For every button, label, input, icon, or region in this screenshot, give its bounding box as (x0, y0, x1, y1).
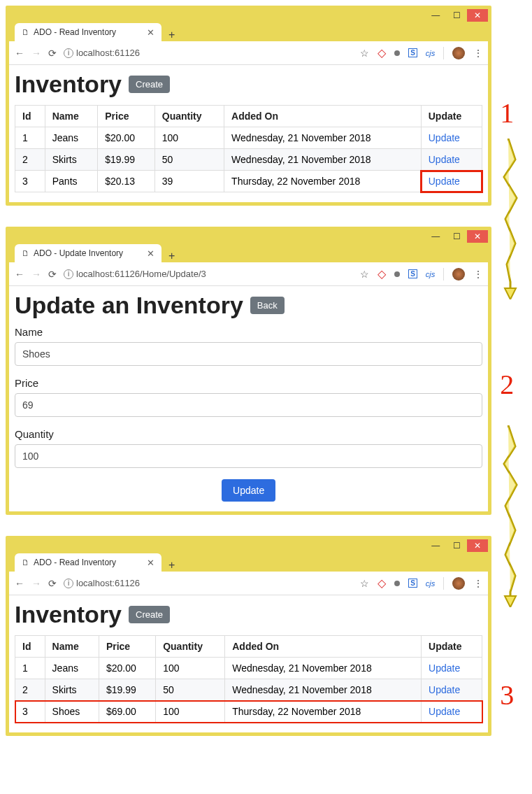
extension-icon[interactable] (394, 271, 400, 277)
extension-icon[interactable]: cjs (426, 49, 435, 57)
separator (443, 268, 444, 281)
inventory-table: Id Name Price Quantity Added On Update 1… (15, 635, 482, 723)
forward-icon[interactable]: → (31, 269, 41, 280)
reload-icon[interactable]: ⟳ (48, 578, 57, 589)
menu-icon[interactable]: ⋮ (473, 48, 482, 59)
minimize-button[interactable]: — (425, 539, 446, 552)
create-button[interactable]: Create (129, 76, 170, 93)
avatar-icon[interactable] (452, 47, 465, 59)
table-row: 2 Skirts $19.99 50 Wednesday, 21 Novembe… (15, 679, 482, 701)
extension-icon[interactable] (394, 581, 400, 586)
extension-icon[interactable]: ◇ (378, 576, 386, 590)
page-title: Inventory (15, 601, 122, 628)
new-tab-button[interactable]: + (161, 559, 182, 572)
extension-icon[interactable]: ◇ (378, 267, 386, 281)
extension-icon[interactable]: ◇ (378, 46, 386, 59)
menu-icon[interactable]: ⋮ (473, 578, 482, 589)
url-field[interactable]: i localhost:61126 (64, 48, 353, 58)
page-title: Inventory (15, 71, 122, 98)
col-update: Update (421, 106, 482, 127)
maximize-button[interactable]: ☐ (446, 539, 467, 552)
name-field[interactable] (15, 342, 482, 366)
browser-tab[interactable]: 🗋 ADO - Update Inventory ✕ (15, 244, 161, 262)
close-button[interactable]: ✕ (467, 539, 488, 552)
bookmark-icon[interactable]: ☆ (360, 269, 369, 280)
extension-icon[interactable]: cjs (426, 579, 435, 588)
back-button[interactable]: Back (250, 297, 285, 314)
info-icon[interactable]: i (64, 579, 73, 588)
create-button[interactable]: Create (129, 606, 170, 623)
close-button[interactable]: ✕ (467, 9, 488, 22)
close-tab-icon[interactable]: ✕ (147, 558, 154, 568)
info-icon[interactable]: i (64, 48, 73, 58)
maximize-button[interactable]: ☐ (446, 230, 467, 243)
update-link[interactable]: Update (429, 132, 460, 143)
price-label: Price (15, 377, 482, 389)
close-button[interactable]: ✕ (467, 230, 488, 243)
extension-icon[interactable]: S (408, 48, 417, 57)
url-field[interactable]: i localhost:61126/Home/Update/3 (64, 269, 353, 279)
info-icon[interactable]: i (64, 269, 73, 279)
browser-window-3: — ☐ ✕ 🗋 ADO - Read Inventory ✕ + ← → ⟳ i… (6, 536, 491, 736)
extension-icon[interactable] (394, 50, 400, 56)
browser-tab[interactable]: 🗋 ADO - Read Inventory ✕ (15, 553, 161, 572)
svg-marker-0 (505, 288, 516, 299)
page-content: Inventory Create Id Name Price Quantity … (9, 65, 488, 202)
new-tab-button[interactable]: + (161, 250, 182, 262)
arrow-down-icon (500, 139, 521, 299)
minimize-button[interactable]: — (425, 230, 446, 243)
reload-icon[interactable]: ⟳ (48, 48, 57, 59)
title-bar: — ☐ ✕ (9, 539, 488, 553)
browser-tab[interactable]: 🗋 ADO - Read Inventory ✕ (15, 23, 161, 41)
bookmark-icon[interactable]: ☆ (360, 48, 369, 59)
update-link[interactable]: Update (429, 684, 460, 695)
avatar-icon[interactable] (452, 268, 465, 281)
step-number: 1 (500, 97, 514, 129)
quantity-field[interactable] (15, 444, 482, 468)
maximize-button[interactable]: ☐ (446, 9, 467, 22)
update-link[interactable]: Update (429, 706, 460, 717)
table-row: 3 Pants $20.13 39 Thursday, 22 November … (15, 171, 482, 192)
update-button[interactable]: Update (222, 479, 275, 502)
update-link[interactable]: Update (429, 154, 460, 165)
browser-window-1: — ☐ ✕ 🗋 ADO - Read Inventory ✕ + ← → ⟳ i… (6, 6, 491, 206)
avatar-icon[interactable] (452, 577, 465, 590)
table-row: 1 Jeans $20.00 100 Wednesday, 21 Novembe… (15, 127, 482, 149)
address-bar: ← → ⟳ i localhost:61126 ☆ ◇ S cjs ⋮ (9, 572, 488, 595)
extension-icon[interactable]: cjs (426, 270, 435, 278)
forward-icon[interactable]: → (31, 48, 41, 59)
name-label: Name (15, 326, 482, 338)
bookmark-icon[interactable]: ☆ (360, 578, 369, 589)
close-tab-icon[interactable]: ✕ (147, 27, 154, 38)
extension-icon[interactable]: S (408, 269, 417, 278)
extension-icon[interactable]: S (408, 579, 417, 588)
url-field[interactable]: i localhost:61126 (64, 578, 353, 588)
reload-icon[interactable]: ⟳ (48, 269, 57, 280)
table-row: 1 Jeans $20.00 100 Wednesday, 21 Novembe… (15, 658, 482, 679)
page-content: Inventory Create Id Name Price Quantity … (9, 595, 488, 732)
tab-title: ADO - Update Inventory (34, 248, 123, 258)
minimize-button[interactable]: — (425, 9, 446, 22)
address-bar: ← → ⟳ i localhost:61126 ☆ ◇ S cjs ⋮ (9, 41, 488, 65)
back-icon[interactable]: ← (15, 269, 24, 280)
update-link[interactable]: Update (429, 176, 460, 187)
menu-icon[interactable]: ⋮ (473, 269, 482, 280)
forward-icon[interactable]: → (31, 578, 41, 589)
browser-window-2: — ☐ ✕ 🗋 ADO - Update Inventory ✕ + ← → ⟳… (6, 227, 491, 515)
url-text: localhost:61126/Home/Update/3 (76, 269, 206, 279)
new-tab-button[interactable]: + (161, 29, 182, 41)
tab-title: ADO - Read Inventory (34, 27, 116, 37)
step-number: 3 (500, 679, 514, 711)
url-text: localhost:61126 (76, 578, 140, 588)
close-tab-icon[interactable]: ✕ (147, 248, 154, 259)
price-field[interactable] (15, 393, 482, 417)
col-price: Price (99, 636, 155, 658)
col-price: Price (98, 106, 155, 127)
back-icon[interactable]: ← (15, 578, 24, 589)
update-link[interactable]: Update (429, 662, 460, 674)
back-icon[interactable]: ← (15, 48, 24, 59)
file-icon: 🗋 (22, 28, 29, 36)
file-icon: 🗋 (22, 249, 29, 257)
inventory-table: Id Name Price Quantity Added On Update 1… (15, 105, 482, 192)
page-content: Update an Inventory Back Name Price Quan… (9, 286, 488, 511)
